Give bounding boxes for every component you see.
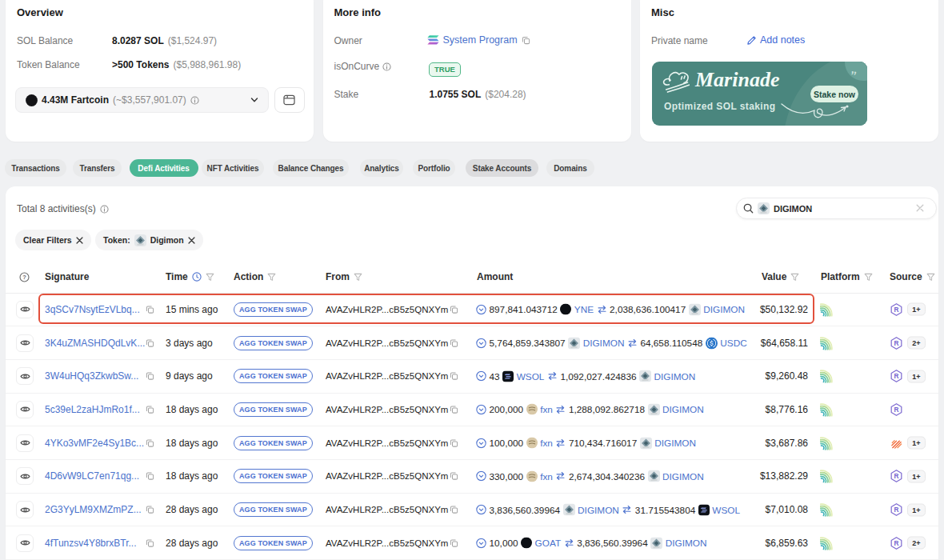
svg-text:R: R [894,372,899,380]
svg-text:R: R [894,473,899,481]
svg-text:R: R [894,539,899,547]
svg-text:?: ? [22,274,26,281]
svg-text:R: R [894,306,899,314]
svg-text:R: R [894,339,899,347]
svg-text:R: R [894,406,899,414]
svg-text:R: R [894,506,899,514]
